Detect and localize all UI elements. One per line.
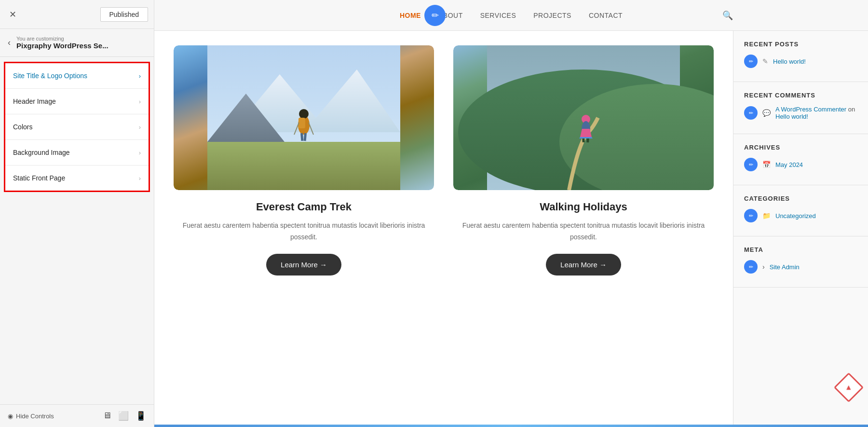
menu-item-static-front-page[interactable]: Static Front Page ›	[5, 165, 149, 191]
menu-item-colors[interactable]: Colors ›	[5, 114, 149, 140]
hide-controls-label: Hide Controls	[16, 413, 54, 420]
meta-widget: META ✏ › Site Admin	[733, 236, 868, 288]
content-area: Everest Camp Trek Fuerat aestu carentem …	[154, 31, 868, 425]
top-bar: ✕ Published	[0, 0, 154, 29]
categories-title: CATEGORIES	[744, 195, 857, 202]
chevron-icon: ›	[139, 175, 141, 182]
menu-item-label: Header Image	[13, 97, 56, 105]
bottom-bar	[154, 425, 868, 427]
close-button[interactable]: ✕	[6, 8, 19, 21]
comment-on: on	[848, 106, 855, 113]
nav-link-home[interactable]: HOME	[400, 12, 421, 19]
customizing-text: You are customizing Pixgraphy WordPress …	[16, 36, 108, 50]
calendar-icon: 📅	[762, 161, 771, 168]
recent-comments-widget: RECENT COMMENTS ✏ 💬 A WordPress Commente…	[733, 82, 868, 134]
desktop-icon[interactable]: 🖥	[103, 411, 111, 421]
categories-widget: CATEGORIES ✏ 📁 Uncategorized	[733, 185, 868, 236]
menu-item-label: Background Image	[13, 149, 70, 156]
comment-text: A WordPress Commenter on Hello world!	[775, 106, 857, 120]
eye-icon: ◉	[8, 413, 13, 420]
customizing-title: Pixgraphy WordPress Se...	[16, 41, 108, 50]
menu-item-label: Site Title & Logo Options	[13, 72, 87, 80]
back-button[interactable]: ‹	[8, 38, 11, 48]
archives-widget: ARCHIVES ✏ 📅 May 2024	[733, 134, 868, 185]
main-area: ✏ HOME ABOUT SERVICES PROJECTS CONTACT 🔍	[154, 0, 868, 427]
device-icons: 🖥 ⬜ 📱	[103, 411, 146, 421]
nav-link-contact[interactable]: CONTACT	[589, 12, 623, 19]
folder-icon: 📁	[762, 212, 771, 220]
post-image-1	[174, 45, 434, 190]
menu-item-site-title[interactable]: Site Title & Logo Options ›	[5, 63, 149, 89]
logo-icon: ✏	[432, 10, 439, 21]
chevron-icon: ›	[139, 72, 141, 80]
up-arrow-icon: ▲	[845, 383, 853, 392]
meta-link[interactable]: Site Admin	[770, 263, 800, 271]
posts-grid: Everest Camp Trek Fuerat aestu carentem …	[174, 45, 714, 275]
post-card-1: Everest Camp Trek Fuerat aestu carentem …	[174, 45, 434, 275]
customizer-panel: ✕ Published ‹ You are customizing Pixgra…	[0, 0, 154, 427]
comment-post-link[interactable]: Hello world!	[775, 113, 808, 120]
edit-icon: ✏	[744, 158, 758, 171]
site-logo: ✏	[424, 5, 446, 26]
nav-link-projects[interactable]: PROJECTS	[533, 12, 571, 19]
recent-comment-item: ✏ 💬 A WordPress Commenter on Hello world…	[744, 106, 857, 120]
pencil-icon: ✎	[762, 57, 768, 65]
meta-title: META	[744, 246, 857, 253]
svg-marker-19	[580, 129, 592, 137]
hide-controls-button[interactable]: ◉ Hide Controls	[8, 413, 54, 420]
svg-rect-7	[298, 118, 305, 128]
post-image-2	[453, 45, 714, 190]
svg-point-6	[299, 109, 309, 119]
customizing-section: ‹ You are customizing Pixgraphy WordPres…	[0, 29, 154, 57]
archives-title: ARCHIVES	[744, 144, 857, 151]
menu-item-background-image[interactable]: Background Image ›	[5, 140, 149, 165]
learn-more-button-2[interactable]: Learn More →	[546, 254, 621, 275]
category-link[interactable]: Uncategorized	[775, 212, 816, 220]
published-button[interactable]: Published	[100, 7, 149, 22]
svg-marker-20	[579, 137, 593, 138]
menu-item-header-image[interactable]: Header Image ›	[5, 89, 149, 114]
search-icon[interactable]: 🔍	[722, 10, 733, 21]
archive-item: ✏ 📅 May 2024	[744, 158, 857, 171]
edit-icon: ✏	[744, 260, 758, 274]
tablet-icon[interactable]: ⬜	[118, 411, 129, 421]
commenter-link[interactable]: A WordPress Commenter	[775, 106, 846, 113]
chevron-icon: ›	[139, 98, 141, 105]
recent-post-item: ✏ ✎ Hello world!	[744, 55, 857, 68]
recent-post-link[interactable]: Hello world!	[773, 58, 806, 65]
post-title-2: Walking Holidays	[540, 201, 627, 213]
svg-rect-4	[207, 142, 400, 190]
post-excerpt-2: Fuerat aestu carentem habentia spectent …	[453, 220, 714, 243]
bottom-controls: ◉ Hide Controls 🖥 ⬜ 📱	[0, 404, 154, 427]
post-title-1: Everest Camp Trek	[256, 201, 352, 213]
edit-icon: ✏	[744, 106, 758, 120]
arrow-icon: ›	[762, 263, 765, 271]
archive-link[interactable]: May 2024	[775, 161, 803, 168]
customizer-menu: Site Title & Logo Options › Header Image…	[4, 62, 150, 192]
edit-icon: ✏	[744, 55, 758, 68]
category-item: ✏ 📁 Uncategorized	[744, 209, 857, 222]
recent-comments-title: RECENT COMMENTS	[744, 92, 857, 99]
recent-posts-title: RECENT POSTS	[744, 41, 857, 48]
post-card-2: Walking Holidays Fuerat aestu carentem h…	[453, 45, 714, 275]
recent-posts-widget: RECENT POSTS ✏ ✎ Hello world!	[733, 31, 868, 82]
edit-icon: ✏	[744, 209, 758, 222]
post-excerpt-1: Fuerat aestu carentem habentia spectent …	[174, 220, 434, 243]
right-sidebar: RECENT POSTS ✏ ✎ Hello world! RECENT COM…	[733, 31, 868, 425]
posts-area: Everest Camp Trek Fuerat aestu carentem …	[154, 31, 733, 425]
nav-link-services[interactable]: SERVICES	[480, 12, 516, 19]
chevron-icon: ›	[139, 124, 141, 131]
learn-more-button-1[interactable]: Learn More →	[266, 254, 341, 275]
chevron-icon: ›	[139, 149, 141, 156]
menu-item-label: Static Front Page	[13, 174, 65, 182]
comment-icon: 💬	[762, 109, 771, 117]
mobile-icon[interactable]: 📱	[136, 411, 146, 421]
customizing-label: You are customizing	[16, 36, 108, 41]
meta-item: ✏ › Site Admin	[744, 260, 857, 274]
site-nav: ✏ HOME ABOUT SERVICES PROJECTS CONTACT 🔍	[154, 0, 868, 31]
menu-item-label: Colors	[13, 123, 32, 131]
